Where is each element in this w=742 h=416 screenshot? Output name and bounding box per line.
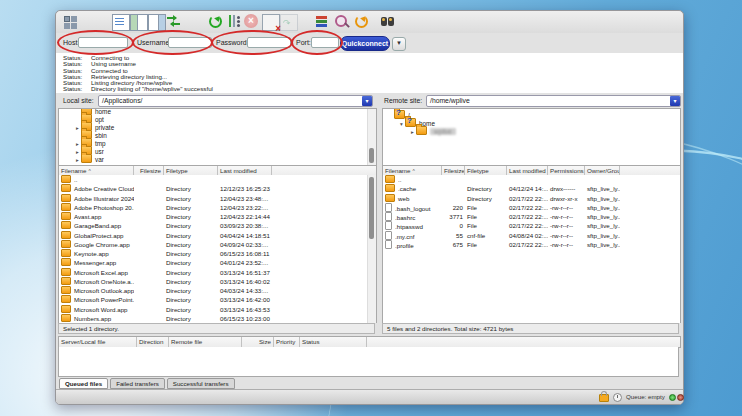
tab-queued-files[interactable]: Queued files (59, 378, 108, 389)
modified-cell: 12/04/23 22:14:44 (218, 212, 272, 221)
file-row[interactable]: Adobe Illustrator 2024 Directory 12/04/2… (59, 194, 376, 203)
column-header-filler (367, 337, 680, 347)
local-tree-icon[interactable] (130, 14, 148, 31)
quickconnect-dropdown-icon[interactable]: ▼ (392, 37, 406, 51)
filetype-cell: Directory (164, 295, 218, 304)
permissions-cell: drwxr-xr-x (548, 194, 585, 203)
file-row[interactable]: Messenger.app Directory 04/01/24 23:52:.… (59, 258, 376, 267)
tree-item-tmp[interactable]: ▸tmp (59, 138, 376, 146)
file-row[interactable]: Microsoft Outlook.app Directory 04/03/24… (59, 286, 376, 295)
local-site-dropdown-icon[interactable]: ▾ (362, 96, 372, 106)
column-header-priority[interactable]: Priority (274, 337, 300, 347)
toolbar (56, 11, 683, 34)
file-row[interactable]: Keynote.app Directory 06/15/23 16:08:11 (59, 249, 376, 258)
file-row[interactable]: Adobe Creative Cloud Directory 12/12/23 … (59, 184, 376, 193)
tab-successful-transfers[interactable]: Successful transfers (167, 378, 235, 389)
file-row[interactable]: .my.cnf 55 cnf-file 04/08/24 02:... -rw-… (383, 231, 680, 240)
filesize-cell: 3771 (442, 212, 465, 221)
scrollbar-thumb[interactable] (369, 177, 374, 239)
column-header-server-local-file[interactable]: Server/Local file (59, 337, 137, 347)
local-list-scrollbar[interactable] (367, 175, 376, 323)
tree-item-label: var (95, 156, 104, 163)
filesize-cell (134, 212, 164, 221)
file-row[interactable]: Microsoft Excel.app Directory 03/13/24 1… (59, 268, 376, 277)
local-directory-tree: home opt ▸private sbin ▸tmp ▸usr ▸var (58, 108, 377, 166)
modified-cell: 04/04/24 14:18:51 (218, 231, 272, 240)
file-row[interactable]: Microsoft PowerPoint... Directory 03/13/… (59, 295, 376, 304)
permissions-cell: -rw-r--r-- (548, 240, 585, 249)
disconnect-icon[interactable] (262, 14, 280, 31)
find-icon[interactable] (380, 14, 396, 29)
tab-failed-transfers[interactable]: Failed transfers (110, 378, 165, 389)
expand-arrow-icon[interactable]: ▸ (409, 128, 416, 136)
file-row[interactable]: Microsoft OneNote.a... Directory 03/13/2… (59, 277, 376, 286)
filesize-cell (134, 277, 164, 286)
tree-item-label: wplive (430, 128, 456, 135)
filetype-cell: Directory (465, 194, 507, 203)
modified-cell: 04/09/24 02:33:... (218, 240, 272, 249)
tree-item-sbin[interactable]: sbin (59, 130, 376, 138)
site-manager-icon[interactable] (62, 14, 78, 29)
filetype-cell: Directory (164, 314, 218, 323)
file-row[interactable]: Adobe Photoshop 20... Directory 12/04/23… (59, 203, 376, 212)
file-row[interactable]: Avast.app Directory 12/04/23 22:14:44 (59, 212, 376, 221)
tree-item-var[interactable]: ▸var (59, 154, 376, 162)
refresh-icon[interactable] (208, 14, 224, 29)
tree-item-root[interactable]: / (383, 110, 680, 118)
file-row[interactable]: Microsoft Word.app Directory 03/13/24 16… (59, 305, 376, 314)
file-row[interactable]: .cache Directory 04/12/24 14:... drwx---… (383, 184, 680, 193)
process-queue-icon[interactable] (226, 14, 242, 29)
synchronized-browsing-icon[interactable] (354, 14, 370, 29)
column-header-direction[interactable]: Direction (137, 337, 169, 347)
filetype-cell: Directory (164, 249, 218, 258)
file-row[interactable]: GlobalProtect.app Directory 04/04/24 14:… (59, 231, 376, 240)
remote-tree-icon[interactable] (148, 14, 166, 31)
owner-cell: sftp_live_ly... (585, 212, 620, 221)
window-status-bar: Queue: empty (56, 389, 683, 404)
filetype-cell: File (465, 203, 507, 212)
transfer-queue-icon[interactable] (166, 14, 182, 29)
file-row[interactable]: Google Chrome.app Directory 04/09/24 02:… (59, 240, 376, 249)
tree-item-wplive[interactable]: ▸wplive (383, 126, 680, 134)
filetype-cell: Directory (164, 203, 218, 212)
message-log-icon[interactable] (112, 14, 130, 31)
modified-cell (218, 175, 272, 184)
column-header-size[interactable]: Size (242, 337, 274, 347)
file-row[interactable]: GarageBand.app Directory 03/09/23 20:38:… (59, 221, 376, 230)
tree-item-remote-home[interactable]: ▾home (383, 118, 680, 126)
column-header-remote-file[interactable]: Remote file (169, 337, 242, 347)
reconnect-icon[interactable] (280, 14, 298, 31)
folder-icon (61, 194, 71, 202)
tree-item-private[interactable]: ▸private (59, 122, 376, 130)
file-row[interactable]: .profile 675 File 02/17/22 22:... -rw-r-… (383, 240, 680, 249)
site-selector-row: Local site: /Applications/ ▾ Remote site… (56, 93, 683, 108)
expand-arrow-icon[interactable]: ▸ (74, 156, 81, 164)
filetype-cell: Directory (164, 221, 218, 230)
quickconnect-button[interactable]: Quickconnect (340, 36, 390, 51)
filetype-cell: Directory (465, 184, 507, 193)
compare-icon[interactable] (334, 14, 350, 29)
folder-icon (61, 295, 71, 303)
file-row[interactable]: Numbers.app Directory 06/15/23 10:23:00 (59, 314, 376, 323)
filesize-cell (442, 175, 465, 184)
tree-item-opt[interactable]: opt (59, 114, 376, 122)
file-row[interactable]: .. (59, 175, 376, 184)
transfer-queue-list[interactable] (58, 347, 679, 377)
file-row[interactable]: .. (383, 175, 680, 184)
folder-icon (61, 286, 71, 294)
file-row[interactable]: .bashrc 3771 File 02/17/22 22:... -rw-r-… (383, 212, 680, 221)
remote-site-combobox[interactable]: /home/wplive ▾ (426, 95, 681, 107)
file-row[interactable]: .htpasswd 0 File 02/17/22 22:... -rw-r--… (383, 221, 680, 230)
column-header-status[interactable]: Status (300, 337, 367, 347)
local-site-combobox[interactable]: /Applications/ ▾ (98, 95, 373, 107)
file-row[interactable]: .bash_logout 220 File 02/17/22 22:... -r… (383, 203, 680, 212)
cancel-icon[interactable] (244, 14, 258, 28)
file-row[interactable]: web Directory 02/17/22 22:... drwxr-xr-x… (383, 194, 680, 203)
filter-icon[interactable] (314, 14, 330, 29)
filename-cell: .cache (383, 184, 442, 193)
folder-icon (61, 258, 71, 266)
tree-item-usr[interactable]: ▸usr (59, 146, 376, 154)
modified-cell: 06/15/23 16:08:11 (218, 249, 272, 258)
filename-cell: .htpasswd (383, 221, 442, 230)
remote-site-dropdown-icon[interactable]: ▾ (670, 96, 680, 106)
